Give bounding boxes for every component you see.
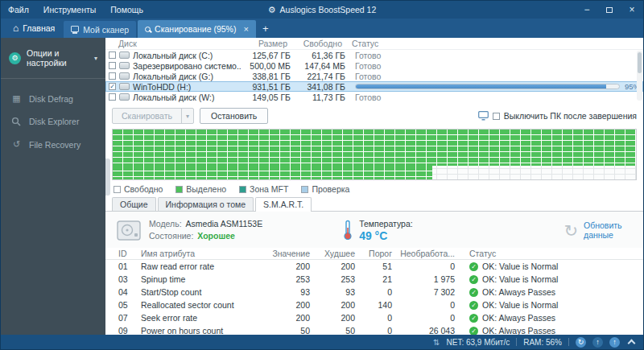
smart-row[interactable]: 05 Reallocated sector count 200 200 140 … — [105, 299, 643, 311]
legend-free: Свободно — [114, 184, 163, 194]
attr-worst: 200 — [310, 313, 355, 323]
disk-checkbox[interactable] — [109, 62, 116, 69]
sidebar-item-label: Disk Explorer — [29, 117, 79, 126]
attr-worst: 200 — [310, 300, 355, 310]
disk-size: 500,00 МБ — [241, 61, 291, 71]
tab-smart[interactable]: S.M.A.R.T. — [255, 197, 312, 212]
column-header-status[interactable]: Статус — [342, 39, 643, 48]
scrollbar-thumb[interactable] — [638, 52, 642, 73]
ok-check-icon: ✓ — [469, 275, 478, 284]
close-button[interactable]: × — [621, 1, 643, 19]
attr-value: 200 — [268, 261, 310, 271]
table-row[interactable]: Локальный диск (C:) 125,67 ГБ 61,36 ГБ Г… — [105, 50, 643, 60]
sidebar-options[interactable]: ⚙ Опции и настройки ▾ — [1, 38, 105, 79]
disk-checkbox[interactable] — [109, 51, 116, 59]
disk-list-scrollbar[interactable] — [637, 51, 642, 101]
legend-label: Зона MFT — [250, 184, 288, 194]
app-window: Файл Инструменты Помощь ⚙Auslogics Boost… — [0, 0, 644, 350]
ok-check-icon: ✓ — [469, 288, 478, 297]
column-header-threshold[interactable]: Порог — [355, 249, 392, 258]
tab-home[interactable]: ⌂ Главная — [4, 19, 64, 38]
column-header-size[interactable]: Размер — [237, 39, 287, 48]
attr-threshold: 0 — [355, 313, 392, 323]
disk-icon — [119, 72, 130, 80]
table-row-selected[interactable]: ✓ WinToHDD (H:) 931,51 ГБ 341,08 ГБ 95% — [105, 81, 643, 92]
disk-checkbox[interactable] — [109, 72, 116, 80]
sidebar-item-disk-defrag[interactable]: ▦ Disk Defrag — [1, 87, 105, 110]
attr-id: 03 — [105, 274, 141, 284]
column-header-free[interactable]: Свободно — [287, 39, 342, 48]
ok-check-icon: ✓ — [469, 262, 478, 271]
menu-help[interactable]: Помощь — [103, 1, 151, 19]
disk-size: 338,81 ГБ — [241, 72, 291, 81]
tray-button[interactable]: ↑ — [592, 337, 603, 348]
attr-name: Power on hours count — [141, 326, 268, 335]
tab-scanning[interactable]: Сканирование (95%) × — [138, 20, 256, 38]
tab-close-icon[interactable]: × — [243, 24, 248, 34]
menu-file[interactable]: Файл — [1, 1, 36, 19]
smart-row[interactable]: 09 Power on hours count 50 50 0 26 043 ✓… — [105, 324, 643, 335]
column-header-raw[interactable]: Необработа... — [392, 249, 455, 258]
state-label: Состояние: — [149, 231, 193, 241]
column-header-value[interactable]: Значение — [268, 249, 310, 258]
disk-free: 11,73 ГБ — [291, 93, 345, 102]
attr-status: OK: Always Passes — [482, 287, 555, 297]
sidebar-item-label: Disk Defrag — [29, 94, 73, 104]
sidebar-item-disk-explorer[interactable]: Disk Explorer — [1, 110, 105, 133]
refresh-status-button[interactable]: ↻ — [576, 337, 586, 348]
options-icon: ⚙ — [9, 52, 21, 64]
smart-row[interactable]: 03 Spinup time 253 253 21 1 975 ✓OK: Val… — [105, 273, 643, 286]
tab-bar: ⌂ Главная Мой сканер Сканирование (95%) … — [1, 19, 643, 38]
maximize-button[interactable] — [598, 1, 621, 19]
tab-general[interactable]: Общие — [112, 197, 156, 211]
column-header-attribute[interactable]: Имя атрибута — [141, 249, 268, 258]
expand-statusbar-icon[interactable] — [628, 340, 636, 348]
disk-explorer-icon — [11, 117, 22, 126]
net-speed: NET: 63,9 Мбит/с — [447, 338, 510, 347]
attr-value: 200 — [268, 300, 310, 310]
scan-dropdown-icon[interactable]: ▾ — [181, 109, 193, 123]
disk-checkbox-checked[interactable]: ✓ — [109, 83, 116, 90]
column-header-worst[interactable]: Худшее — [310, 249, 355, 258]
stop-button[interactable]: Остановить — [200, 108, 268, 124]
app-logo-icon: ⚙ — [268, 5, 276, 14]
refresh-link-label[interactable]: Обновить данные — [584, 220, 627, 240]
smart-row[interactable]: 07 Seek error rate 200 200 0 0 ✓OK: Alwa… — [105, 311, 643, 324]
smart-row[interactable]: 04 Start/Stop count 93 93 0 7 302 ✓OK: A… — [105, 286, 643, 299]
add-tab-button[interactable]: + — [258, 23, 274, 35]
hdd-icon — [117, 220, 141, 241]
main-panel: Диск Размер Свободно Статус Локальный ди… — [105, 38, 643, 335]
tab-my-scanner[interactable]: Мой сканер — [64, 21, 136, 38]
table-row[interactable]: Локальный диск (G:) 338,81 ГБ 221,74 ГБ … — [105, 71, 643, 81]
shutdown-checkbox[interactable] — [493, 113, 500, 120]
divider — [516, 338, 517, 346]
attr-status: OK: Value is Normal — [482, 274, 558, 284]
thermometer-icon — [343, 220, 353, 241]
sidebar-item-file-recovery[interactable]: ↺ File Recovery — [1, 133, 105, 156]
shutdown-option[interactable]: Выключить ПК после завершения — [478, 111, 637, 121]
boost-button[interactable]: ↑ — [609, 337, 620, 348]
attr-threshold: 0 — [355, 326, 392, 335]
minimize-button[interactable]: − — [576, 1, 598, 19]
table-row[interactable]: Зарезервировано системо... 500,00 МБ 147… — [105, 60, 643, 71]
legend-check: Проверка — [301, 184, 349, 194]
column-header-disk[interactable]: Диск — [105, 39, 237, 48]
scan-button[interactable]: Сканировать ▾ — [112, 108, 194, 124]
attr-status: OK: Value is Normal — [482, 261, 558, 271]
sidebar-splitter-handle[interactable] — [105, 159, 110, 196]
menu-tools[interactable]: Инструменты — [36, 1, 103, 19]
scan-progress-fill — [356, 84, 606, 89]
column-header-id[interactable]: ID — [105, 249, 141, 258]
smart-row[interactable]: 01 Raw read error rate 200 200 51 0 ✓OK:… — [105, 260, 643, 273]
attr-raw: 7 302 — [392, 287, 455, 297]
disk-free: 221,74 ГБ — [291, 72, 345, 81]
cluster-map-scanned-region — [113, 166, 432, 179]
tab-volume-info[interactable]: Информация о томе — [158, 197, 254, 211]
table-row[interactable]: Локальный диск (W:) 149,05 ГБ 11,73 ГБ Г… — [105, 92, 643, 102]
disk-table-header: Диск Размер Свободно Статус — [105, 38, 643, 50]
disk-checkbox[interactable] — [109, 93, 116, 101]
refresh-data[interactable]: ↻ Обновить данные — [564, 220, 627, 240]
column-header-status[interactable]: Статус — [455, 249, 643, 258]
disk-size: 149,05 ГБ — [241, 93, 291, 102]
tab-scanning-label: Сканирование (95%) — [155, 24, 236, 34]
